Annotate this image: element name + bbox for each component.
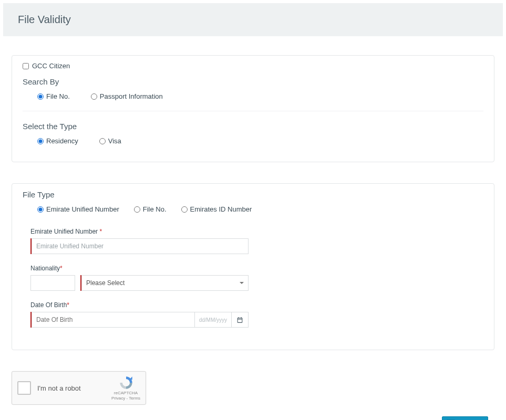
recaptcha-label: I'm not a robot [37, 384, 105, 392]
radio-visa[interactable]: Visa [99, 137, 121, 145]
required-asterisk: * [60, 265, 63, 272]
search-criteria-panel: GCC Citizen Search By File No. Passport … [12, 55, 494, 162]
eun-field-group: Emirate Unified Number * [23, 228, 249, 254]
select-type-heading: Select the Type [23, 122, 483, 131]
nationality-field-group: Nationality* Please Select [23, 265, 249, 291]
eun-input-wrap [30, 238, 249, 254]
dob-row: dd/MM/yyyy [30, 312, 249, 328]
file-type-heading: File Type [23, 190, 483, 199]
radio-eid[interactable]: Emirates ID Number [181, 205, 252, 213]
eun-field-label-text: Emirate Unified Number [30, 228, 99, 235]
gcc-citizen-label: GCC Citizen [32, 62, 70, 70]
radio-ftype-fileno[interactable]: File No. [134, 205, 167, 213]
nationality-field-label: Nationality* [30, 265, 249, 272]
eun-field-label: Emirate Unified Number * [30, 228, 249, 235]
search-by-heading: Search By [23, 77, 483, 86]
nationality-select[interactable]: Please Select [81, 275, 249, 291]
radio-residency-input[interactable] [37, 138, 44, 144]
radio-residency-label: Residency [46, 137, 78, 145]
radio-file-no-input[interactable] [37, 93, 44, 100]
eun-input[interactable] [32, 238, 249, 254]
nationality-field-label-text: Nationality [30, 265, 60, 272]
radio-eid-label: Emirates ID Number [190, 205, 252, 213]
required-asterisk: * [99, 228, 102, 235]
radio-passport[interactable]: Passport Information [91, 92, 163, 100]
gcc-citizen-checkbox[interactable] [23, 63, 29, 69]
action-row: Search [3, 416, 503, 420]
radio-visa-input[interactable] [99, 138, 106, 144]
divider [23, 111, 483, 111]
radio-file-no-label: File No. [46, 92, 70, 100]
radio-residency[interactable]: Residency [37, 137, 78, 145]
nationality-row: Please Select [30, 275, 249, 291]
calendar-icon [236, 317, 243, 323]
recaptcha-icon [119, 375, 133, 390]
nationality-select-wrap: Please Select [80, 275, 249, 291]
radio-eid-input[interactable] [181, 206, 188, 213]
calendar-button[interactable] [232, 312, 249, 328]
recaptcha-badge: reCAPTCHA Privacy - Terms [111, 375, 140, 401]
page-header: File Validity [3, 3, 503, 36]
radio-passport-label: Passport Information [100, 92, 163, 100]
recaptcha-widget: I'm not a robot reCAPTCHA Privacy - Term… [12, 371, 146, 405]
chevron-down-icon [240, 282, 244, 284]
search-button[interactable]: Search [442, 416, 488, 420]
recaptcha-checkbox[interactable] [17, 381, 31, 395]
radio-visa-label: Visa [108, 137, 121, 145]
recaptcha-brand: reCAPTCHA [111, 391, 140, 396]
radio-file-no[interactable]: File No. [37, 92, 70, 100]
radio-ftype-fileno-input[interactable] [134, 206, 140, 213]
file-type-radios: Emirate Unified Number File No. Emirates… [23, 205, 483, 213]
radio-eun-label: Emirate Unified Number [46, 205, 119, 213]
radio-ftype-fileno-label: File No. [143, 205, 167, 213]
radio-eun-input[interactable] [37, 206, 44, 213]
page-title: File Validity [18, 14, 488, 26]
dob-input[interactable] [32, 312, 195, 328]
select-type-radios: Residency Visa [23, 137, 483, 145]
search-by-radios: File No. Passport Information [23, 92, 483, 100]
gcc-citizen-row: GCC Citizen [23, 62, 483, 70]
nationality-code-input[interactable] [30, 275, 75, 291]
required-asterisk: * [67, 301, 69, 309]
dob-format-hint: dd/MM/yyyy [195, 312, 232, 328]
file-type-panel: File Type Emirate Unified Number File No… [12, 183, 494, 350]
recaptcha-legal: Privacy - Terms [111, 396, 140, 401]
dob-field-group: Date Of Birth* dd/MM/yyyy [23, 301, 249, 328]
radio-passport-input[interactable] [91, 93, 97, 100]
radio-eun[interactable]: Emirate Unified Number [37, 205, 119, 213]
nationality-select-value: Please Select [86, 279, 125, 287]
dob-field-label: Date Of Birth* [30, 301, 249, 309]
dob-field-label-text: Date Of Birth [30, 301, 67, 309]
